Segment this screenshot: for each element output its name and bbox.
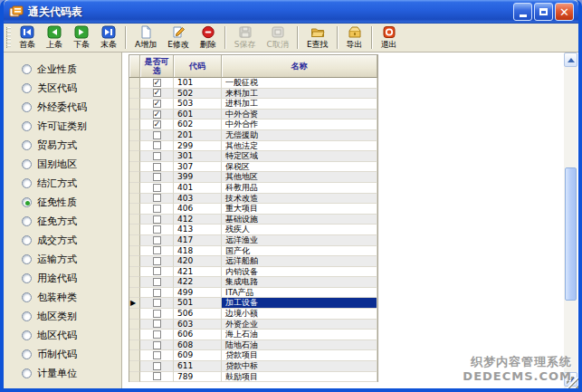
row-code-cell[interactable]: 499 xyxy=(174,288,222,299)
sidebar-category-option[interactable]: 计量单位 xyxy=(22,368,121,378)
checkbox-icon[interactable] xyxy=(153,257,161,265)
radio-button-icon[interactable] xyxy=(22,83,32,93)
row-checkbox-cell[interactable] xyxy=(140,120,174,130)
row-checkbox-cell[interactable] xyxy=(140,309,174,320)
row-checkbox-cell[interactable] xyxy=(140,172,174,183)
row-checkbox-cell[interactable] xyxy=(140,267,174,278)
row-code-cell[interactable]: 299 xyxy=(174,141,222,152)
checkbox-icon[interactable] xyxy=(153,225,161,234)
row-name-cell[interactable]: 特定区域 xyxy=(222,151,377,162)
radio-button-icon[interactable] xyxy=(22,349,32,359)
row-code-cell[interactable]: 399 xyxy=(174,172,222,183)
row-code-cell[interactable]: 608 xyxy=(174,340,222,351)
row-code-cell[interactable]: 611 xyxy=(174,361,222,372)
sidebar-category-option[interactable]: 用途代码 xyxy=(22,272,121,283)
toolbar-button[interactable]: 下条 xyxy=(68,24,95,51)
sidebar-category-option[interactable]: 许可证类别 xyxy=(22,120,121,131)
checkbox-icon[interactable] xyxy=(153,100,161,108)
row-name-cell[interactable]: 保税区 xyxy=(222,162,377,173)
header-code[interactable]: 代码 xyxy=(174,55,222,78)
scroll-up-button[interactable] xyxy=(564,53,577,67)
checkbox-icon[interactable] xyxy=(153,351,161,359)
row-code-cell[interactable]: 307 xyxy=(174,162,222,173)
sidebar-category-option[interactable]: 企业性质 xyxy=(22,63,121,74)
row-checkbox-cell[interactable] xyxy=(140,340,174,351)
checkbox-icon[interactable] xyxy=(153,89,161,97)
radio-button-icon[interactable] xyxy=(22,159,32,169)
row-code-cell[interactable]: 417 xyxy=(174,235,222,246)
header-name[interactable]: 名称 xyxy=(222,55,377,78)
row-name-cell[interactable]: 中外合资 xyxy=(222,110,377,120)
checkbox-icon[interactable] xyxy=(153,120,161,129)
row-name-cell[interactable]: 重大项目 xyxy=(222,204,377,215)
row-name-cell[interactable]: 内销设备 xyxy=(222,267,377,278)
row-checkbox-cell[interactable] xyxy=(140,162,174,173)
row-code-cell[interactable]: 506 xyxy=(174,309,222,320)
table-row[interactable]: 608 陆地石油 xyxy=(129,340,377,351)
row-code-cell[interactable]: 101 xyxy=(174,78,222,89)
row-name-cell[interactable]: 鼓励项目 xyxy=(222,372,377,383)
table-row[interactable]: 421 内销设备 xyxy=(129,267,377,278)
row-checkbox-cell[interactable] xyxy=(140,78,174,89)
row-code-cell[interactable]: 789 xyxy=(174,372,222,383)
table-row[interactable]: 611 贷款中标 xyxy=(129,361,377,372)
row-name-cell[interactable]: 远洋渔业 xyxy=(222,235,377,246)
sidebar-category-option[interactable]: 外经委代码 xyxy=(22,101,121,112)
table-row[interactable]: 506 边境小额 xyxy=(129,309,377,320)
row-code-cell[interactable]: 601 xyxy=(174,110,222,120)
sidebar-category-option[interactable]: 贸易方式 xyxy=(22,139,121,150)
scrollbar-thumb[interactable] xyxy=(565,167,577,301)
row-checkbox-cell[interactable] xyxy=(140,204,174,215)
checkbox-icon[interactable] xyxy=(153,236,161,244)
radio-button-icon[interactable] xyxy=(22,197,32,207)
radio-button-icon[interactable] xyxy=(22,254,32,264)
radio-button-icon[interactable] xyxy=(22,368,32,378)
checkbox-icon[interactable] xyxy=(153,79,161,87)
table-row[interactable]: 403 技术改造 xyxy=(129,194,377,205)
row-checkbox-cell[interactable] xyxy=(140,225,174,235)
table-row[interactable]: 603 外资企业 xyxy=(129,320,377,330)
table-row[interactable]: 406 重大项目 xyxy=(129,204,377,215)
table-row[interactable]: 789 鼓励项目 xyxy=(129,372,377,383)
toolbar-grip-handle[interactable] xyxy=(6,27,11,48)
row-checkbox-cell[interactable] xyxy=(140,89,174,100)
row-name-cell[interactable]: 中外合作 xyxy=(222,120,377,130)
checkbox-icon[interactable] xyxy=(153,310,161,318)
header-selectable[interactable]: 是否可选 xyxy=(140,55,174,78)
toolbar-button[interactable]: 导出 xyxy=(341,24,368,51)
checkbox-icon[interactable] xyxy=(153,278,161,286)
row-code-cell[interactable]: 503 xyxy=(174,99,222,110)
row-checkbox-cell[interactable] xyxy=(140,372,174,383)
radio-button-icon[interactable] xyxy=(22,273,32,283)
row-name-cell[interactable]: 贷款中标 xyxy=(222,361,377,372)
checkbox-icon[interactable] xyxy=(153,131,161,139)
checkbox-icon[interactable] xyxy=(153,299,161,307)
row-checkbox-cell[interactable] xyxy=(140,130,174,141)
radio-button-icon[interactable] xyxy=(22,64,32,74)
row-checkbox-cell[interactable] xyxy=(140,235,174,246)
row-checkbox-cell[interactable] xyxy=(140,330,174,340)
row-code-cell[interactable]: 420 xyxy=(174,256,222,267)
checkbox-icon[interactable] xyxy=(153,152,161,160)
radio-button-icon[interactable] xyxy=(22,292,32,302)
toolbar-button[interactable]: 退出 xyxy=(376,24,403,51)
sidebar-category-option[interactable]: 包装种类 xyxy=(22,292,121,302)
table-row[interactable]: 417 远洋渔业 xyxy=(129,235,377,246)
row-name-cell[interactable]: 基础设施 xyxy=(222,215,377,225)
row-code-cell[interactable]: 606 xyxy=(174,330,222,340)
row-checkbox-cell[interactable] xyxy=(140,151,174,162)
toolbar-button[interactable]: S保存 xyxy=(229,24,262,51)
vertical-scrollbar[interactable] xyxy=(564,53,577,388)
row-checkbox-cell[interactable] xyxy=(140,194,174,205)
radio-button-icon[interactable] xyxy=(22,178,32,188)
row-name-cell[interactable]: 一般征税 xyxy=(222,78,377,89)
checkbox-icon[interactable] xyxy=(153,184,161,192)
toolbar-button[interactable]: E修改 xyxy=(162,24,195,51)
row-name-cell[interactable]: 科教用品 xyxy=(222,183,377,194)
row-checkbox-cell[interactable] xyxy=(140,99,174,110)
toolbar-button[interactable]: A增加 xyxy=(129,24,162,51)
table-row[interactable]: 601 中外合资 xyxy=(129,110,377,120)
row-name-cell[interactable]: 其他地区 xyxy=(222,172,377,183)
row-name-cell[interactable]: 加工设备 xyxy=(222,298,377,309)
row-name-cell[interactable]: 其他法定 xyxy=(222,141,377,152)
